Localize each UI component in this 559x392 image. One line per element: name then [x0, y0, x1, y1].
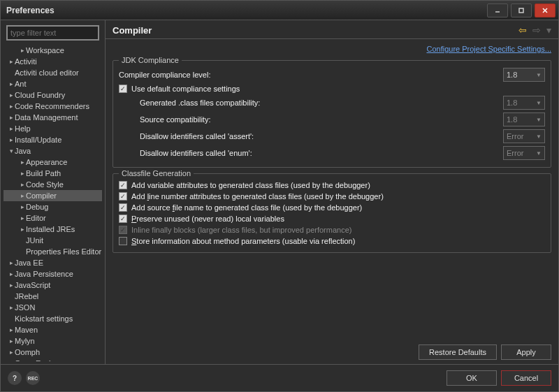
- source-compat-label: Source compatibility:: [119, 115, 499, 124]
- tree-item-label: Mylyn: [15, 337, 35, 345]
- preferences-tree[interactable]: WorkspaceActivitiActiviti cloud editorAn…: [3, 45, 102, 361]
- rec-icon[interactable]: REC: [26, 371, 40, 385]
- tree-item-label: Java Persistence: [15, 270, 73, 278]
- tree-item[interactable]: Build Path: [3, 168, 102, 179]
- tree-item[interactable]: Ant: [3, 78, 102, 89]
- classfile-generation-group: Classfile Generation ✓Add variable attri…: [112, 173, 551, 253]
- tree-item[interactable]: Editor: [3, 212, 102, 224]
- caret-right-icon[interactable]: [19, 47, 26, 54]
- tree-item[interactable]: Properties Files Editor: [3, 246, 102, 257]
- tree-item-label: Activiti: [15, 57, 37, 66]
- tree-item-label: Build Path: [26, 169, 61, 177]
- caret-right-icon[interactable]: [19, 226, 26, 233]
- tree-item[interactable]: Install/Update: [3, 134, 102, 145]
- cancel-button[interactable]: Cancel: [501, 370, 551, 386]
- tree-item[interactable]: Debug: [3, 201, 102, 212]
- tree-item-label: Data Management: [15, 113, 78, 122]
- caret-right-icon[interactable]: [8, 125, 15, 132]
- back-icon[interactable]: ⇦: [518, 24, 527, 36]
- tree-item[interactable]: Java: [3, 145, 102, 157]
- caret-right-icon[interactable]: [19, 170, 26, 177]
- caret-right-icon[interactable]: [8, 360, 15, 361]
- caret-right-icon[interactable]: [8, 136, 15, 143]
- tree-item[interactable]: Appearance: [3, 157, 102, 168]
- caret-right-icon[interactable]: [19, 192, 26, 199]
- tree-item-label: Install/Update: [15, 136, 61, 144]
- add-line-num-label: Add line number attributes to generated …: [131, 192, 545, 201]
- disallow-assert-label: Disallow identifiers called 'assert':: [119, 132, 499, 140]
- ok-button[interactable]: OK: [447, 370, 497, 386]
- svg-rect-1: [519, 8, 523, 13]
- caret-right-icon[interactable]: [8, 337, 15, 344]
- caret-right-icon[interactable]: [19, 159, 26, 166]
- apply-button[interactable]: Apply: [501, 344, 551, 360]
- caret-right-icon[interactable]: [19, 181, 26, 188]
- tree-item-label: Activiti cloud editor: [15, 68, 79, 77]
- tree-item-label: Compiler: [26, 191, 57, 200]
- tree-item-label: JSON: [15, 303, 35, 312]
- caret-right-icon[interactable]: [8, 282, 15, 289]
- compliance-level-label: Compiler compliance level:: [119, 71, 499, 79]
- tree-item[interactable]: Code Recommenders: [3, 101, 102, 112]
- caret-right-icon[interactable]: [8, 114, 15, 121]
- store-method-params-checkbox[interactable]: [119, 237, 127, 245]
- tree-item[interactable]: Cloud Foundry: [3, 89, 102, 101]
- caret-right-icon[interactable]: [8, 304, 15, 311]
- add-var-attr-checkbox[interactable]: ✓: [119, 181, 127, 189]
- forward-icon: ⇨: [532, 24, 541, 36]
- tree-item-label: Oomph: [15, 348, 40, 356]
- tree-item[interactable]: Help: [3, 123, 102, 134]
- tree-item[interactable]: Java EE: [3, 257, 102, 268]
- tree-item[interactable]: JUnit: [3, 235, 102, 246]
- tree-item-label: Code Recommenders: [15, 102, 89, 110]
- caret-right-icon[interactable]: [19, 203, 26, 210]
- tree-item-label: Debug: [26, 203, 48, 211]
- tree-item-label: JRebel: [15, 292, 38, 300]
- tree-item[interactable]: Open Explorer: [3, 358, 102, 361]
- help-icon[interactable]: ?: [8, 371, 22, 385]
- tree-item[interactable]: Java Persistence: [3, 268, 102, 280]
- filter-input[interactable]: [6, 25, 99, 41]
- compliance-level-select[interactable]: 1.8▼: [503, 68, 545, 82]
- caret-right-icon[interactable]: [8, 259, 15, 266]
- tree-item[interactable]: JSON: [3, 302, 102, 313]
- caret-right-icon[interactable]: [8, 270, 15, 277]
- menu-icon[interactable]: ▾: [546, 24, 551, 36]
- tree-item[interactable]: Compiler: [3, 190, 102, 201]
- tree-item[interactable]: Data Management: [3, 112, 102, 123]
- caret-down-icon[interactable]: [8, 147, 15, 154]
- tree-item[interactable]: JRebel: [3, 291, 102, 302]
- caret-right-icon[interactable]: [8, 326, 15, 333]
- preserve-unused-checkbox[interactable]: ✓: [119, 215, 127, 223]
- tree-item[interactable]: Kickstart settings: [3, 313, 102, 324]
- project-settings-link[interactable]: Configure Project Specific Settings...: [426, 45, 551, 53]
- tree-item-label: Workspace: [26, 46, 64, 55]
- window-titlebar: Preferences: [0, 0, 559, 20]
- minimize-button[interactable]: [487, 3, 508, 17]
- add-source-file-checkbox[interactable]: ✓: [119, 203, 127, 212]
- tree-item[interactable]: Mylyn: [3, 335, 102, 347]
- tree-item[interactable]: JavaScript: [3, 280, 102, 291]
- caret-right-icon[interactable]: [8, 103, 15, 110]
- tree-item[interactable]: Activiti: [3, 56, 102, 67]
- caret-right-icon[interactable]: [8, 58, 15, 65]
- add-line-num-checkbox[interactable]: ✓: [119, 192, 127, 201]
- disallow-enum-select: Error▼: [503, 146, 545, 160]
- use-default-checkbox[interactable]: ✓: [119, 85, 127, 93]
- tree-item[interactable]: Activiti cloud editor: [3, 67, 102, 78]
- caret-right-icon[interactable]: [8, 92, 15, 99]
- tree-item-label: Open Explorer: [15, 359, 64, 361]
- tree-item[interactable]: Installed JREs: [3, 224, 102, 235]
- caret-right-icon[interactable]: [8, 80, 15, 87]
- caret-right-icon[interactable]: [8, 349, 15, 356]
- tree-item[interactable]: Maven: [3, 324, 102, 335]
- tree-item[interactable]: Code Style: [3, 179, 102, 190]
- close-button[interactable]: [535, 3, 556, 17]
- inline-finally-label: Inline finally blocks (larger class file…: [131, 226, 545, 234]
- caret-right-icon[interactable]: [19, 215, 26, 222]
- maximize-button[interactable]: [511, 3, 532, 17]
- tree-item[interactable]: Oomph: [3, 347, 102, 358]
- restore-defaults-button[interactable]: Restore Defaults: [419, 344, 497, 360]
- page-title: Compiler: [112, 25, 152, 36]
- tree-item[interactable]: Workspace: [3, 45, 102, 56]
